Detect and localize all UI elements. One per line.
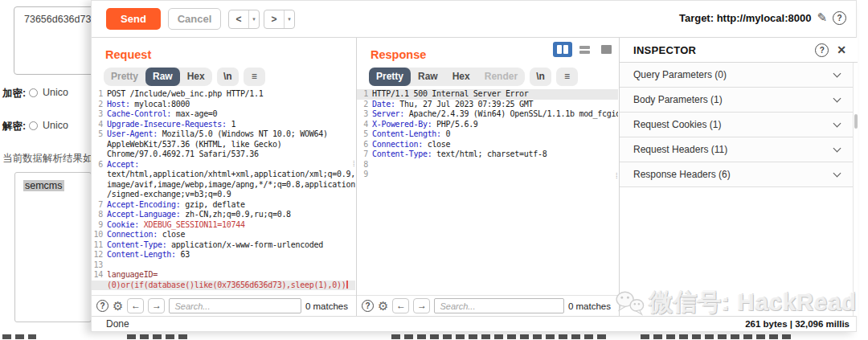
code-line[interactable]: 7Accept-Encoding: gzip, deflate <box>92 200 355 211</box>
chevron-down-icon[interactable] <box>833 119 841 127</box>
parse-result-box[interactable]: semcms <box>14 172 92 322</box>
code-line[interactable]: (0)or(if(database()like(0x73656d636d73),… <box>92 281 355 291</box>
menu-icon[interactable]: ≡ <box>244 68 265 86</box>
tab-raw[interactable]: Raw <box>411 68 445 86</box>
inspector-section-request-headers-11[interactable]: Request Headers (11) <box>620 137 853 162</box>
line-text: Cache-Control: max-age=0 <box>107 109 355 120</box>
tab-raw[interactable]: Raw <box>145 68 180 86</box>
layout-rows-icon[interactable] <box>575 42 594 57</box>
code-line[interactable]: 13 <box>92 260 355 271</box>
search-input[interactable] <box>169 298 301 313</box>
chevron-down-icon[interactable] <box>833 169 841 177</box>
decrypt-radio[interactable] <box>29 121 38 130</box>
code-line[interactable]: AppleWebKit/537.36 (KHTML, like Gecko) <box>92 140 355 150</box>
tab-newline[interactable]: \n <box>530 68 551 86</box>
tab-hex[interactable]: Hex <box>180 68 212 86</box>
code-line[interactable]: 2Host: mylocal:8000 <box>92 100 355 110</box>
prev-arrow[interactable]: < <box>229 14 248 25</box>
chevron-down-icon[interactable] <box>833 69 841 77</box>
code-line[interactable]: /signed-exchange;v=b3;q=0.9 <box>92 190 355 200</box>
prev-request-button[interactable]: < ▾ <box>228 10 260 29</box>
layout-single-icon[interactable] <box>596 42 616 57</box>
layout-toggles <box>553 42 616 57</box>
code-line[interactable]: text/html,application/xhtml+xml,applicat… <box>92 170 355 180</box>
line-text: Server: Apache/2.4.39 (Win64) OpenSSL/1.… <box>372 109 618 120</box>
search-input[interactable] <box>434 298 563 313</box>
line-number: 5 <box>92 129 103 140</box>
line-text: HTTP/1.1 500 Internal Server Error <box>372 89 618 100</box>
code-line[interactable]: 8Accept-Language: zh-CN,zh;q=0.9,ru;q=0.… <box>92 210 355 220</box>
menu-icon[interactable]: ≡ <box>556 68 578 86</box>
decrypt-label: 解密: <box>2 120 26 133</box>
inspector-section-body-parameters-1[interactable]: Body Parameters (1) <box>620 88 853 113</box>
prev-dropdown-icon[interactable]: ▾ <box>248 10 259 28</box>
code-line[interactable]: 1HTTP/1.1 500 Internal Server Error <box>357 89 618 100</box>
next-arrow[interactable]: > <box>264 14 284 25</box>
next-request-button[interactable]: > ▾ <box>264 10 295 29</box>
code-line[interactable]: 9 <box>357 170 618 180</box>
inspector-section-query-parameters-0[interactable]: Query Parameters (0) <box>620 63 853 88</box>
tab-pretty[interactable]: Pretty <box>369 68 411 86</box>
code-line[interactable]: 5User-Agent: Mozilla/5.0 (Windows NT 10.… <box>92 129 355 140</box>
code-line[interactable]: 4Upgrade-Insecure-Requests: 1 <box>92 120 355 130</box>
edit-target-icon[interactable]: ✎ <box>817 10 827 25</box>
clipped-text-fragment <box>2 334 36 339</box>
code-line[interactable]: Chrome/97.0.4692.71 Safari/537.36 <box>92 150 355 160</box>
line-number: 8 <box>92 210 103 220</box>
gear-icon[interactable]: ⚙ <box>378 300 388 312</box>
tab-newline[interactable]: \n <box>217 68 239 86</box>
chevron-down-icon[interactable] <box>833 94 841 102</box>
code-line[interactable]: 3Server: Apache/2.4.39 (Win64) OpenSSL/1… <box>357 109 618 120</box>
search-prev-button[interactable]: ← <box>392 298 409 313</box>
code-line[interactable]: 5Content-Length: 0 <box>357 129 618 140</box>
code-line[interactable]: 7Content-Type: text/html; charset=utf-8 <box>357 150 618 160</box>
line-number <box>92 140 103 150</box>
code-line[interactable]: image/avif,image/webp,image/apng,*/*;q=0… <box>92 180 355 190</box>
code-line[interactable]: 9Cookie: XDEBUG_SESSION11=10744 <box>92 220 355 231</box>
help-icon[interactable]: ? <box>833 11 846 25</box>
request-title: Request <box>105 48 151 61</box>
panel-drag-handle[interactable]: ⁞ <box>616 174 619 187</box>
send-button[interactable]: Send <box>106 8 161 30</box>
search-help-icon[interactable]: ? <box>362 300 374 312</box>
response-editor[interactable]: 1HTTP/1.1 500 Internal Server Error2Date… <box>357 89 618 295</box>
line-number: 8 <box>357 160 368 170</box>
code-line[interactable]: 2Date: Thu, 27 Jul 2023 07:39:25 GMT <box>357 100 618 110</box>
scrollbar-thumb[interactable] <box>854 114 858 129</box>
next-dropdown-icon[interactable]: ▾ <box>284 10 294 28</box>
inspector-section-response-headers-6[interactable]: Response Headers (6) <box>620 162 853 187</box>
request-editor[interactable]: 1POST /Include/web_inc.php HTTP/1.12Host… <box>92 89 355 295</box>
tab-pretty[interactable]: Pretty <box>104 68 145 86</box>
cancel-button[interactable]: Cancel <box>168 8 221 30</box>
code-line[interactable]: 6Accept: <box>92 160 355 170</box>
line-text: Upgrade-Insecure-Requests: 1 <box>107 120 355 130</box>
code-line[interactable]: 14languageID= <box>92 270 355 281</box>
tab-hex[interactable]: Hex <box>445 68 477 86</box>
code-line[interactable]: 1POST /Include/web_inc.php HTTP/1.1 <box>92 89 355 100</box>
close-icon[interactable]: ✕ <box>837 43 846 56</box>
inspector-scrollbar[interactable] <box>853 63 858 316</box>
line-number: 9 <box>357 170 368 180</box>
match-count: 0 matches <box>568 301 611 311</box>
panel-drag-handle[interactable]: ⁞ <box>353 162 356 175</box>
code-line[interactable]: 10Connection: close <box>92 230 355 240</box>
ciphertext-input[interactable]: 73656d636d73 <box>14 6 94 75</box>
search-help-icon[interactable]: ? <box>96 300 108 312</box>
search-next-button[interactable]: → <box>148 298 165 313</box>
code-line[interactable]: 4X-Powered-By: PHP/5.6.9 <box>357 120 618 130</box>
chevron-down-icon[interactable] <box>833 144 841 152</box>
gear-icon[interactable]: ⚙ <box>113 300 123 312</box>
encrypt-radio[interactable] <box>29 88 38 97</box>
code-line[interactable]: 3Cache-Control: max-age=0 <box>92 109 355 120</box>
search-prev-button[interactable]: ← <box>127 298 144 313</box>
inspector-help-icon[interactable]: ? <box>815 43 829 57</box>
search-next-button[interactable]: → <box>413 298 430 313</box>
target-area: Target: http://mylocal:8000 ✎ ? <box>679 10 846 25</box>
inspector-section-request-cookies-1[interactable]: Request Cookies (1) <box>620 113 853 137</box>
code-line[interactable]: 12Content-Length: 63 <box>92 250 355 260</box>
code-line[interactable]: 11Content-Type: application/x-www-form-u… <box>92 240 355 251</box>
layout-columns-icon[interactable] <box>553 42 572 57</box>
code-line[interactable]: 6Connection: close <box>357 140 618 150</box>
code-line[interactable]: 8 <box>357 160 618 170</box>
inspector-panel: INSPECTOR ? ✕ Query Parameters (0)Body P… <box>620 38 858 316</box>
